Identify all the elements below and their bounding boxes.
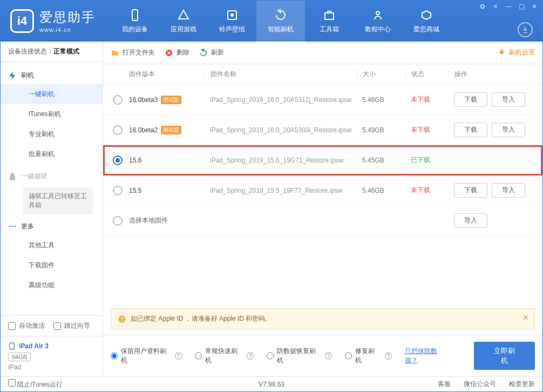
sidebar-group-jailbreak[interactable]: 一键越狱 [1, 167, 103, 185]
auto-activate-checkbox[interactable]: 自动激活 [8, 321, 45, 330]
col-operation: 操作 [449, 70, 535, 79]
firmware-ops: 下载导入 [449, 123, 535, 137]
flash-settings-button[interactable]: 刷机设置 [497, 48, 535, 57]
delete-button[interactable]: 删除 [165, 48, 189, 57]
nav-1[interactable]: 应用游戏 [159, 1, 208, 42]
footer-link-2[interactable]: 检查更新 [509, 380, 535, 389]
flash-now-button[interactable]: 立即刷机 [474, 342, 535, 370]
sidebar-item-more-1[interactable]: 下载固件 [1, 255, 103, 275]
download-indicator-icon[interactable] [518, 22, 533, 37]
firmware-row[interactable]: 16.0beta2 测试版iPad_Spring_2019_16.0_20A53… [103, 115, 542, 145]
firmware-radio[interactable] [113, 156, 123, 165]
toolbar: 打开文件夹 删除 刷新 刷机设置 [103, 42, 542, 64]
app-site: www.i4.cn [39, 26, 71, 33]
firmware-ops: 下载导入 [449, 92, 535, 107]
erase-only-link[interactable]: 只想抹除数据？ [405, 347, 448, 365]
firmware-row[interactable]: 15.6iPad_Spring_2019_15.6_19G71_Restore.… [103, 145, 542, 175]
nav-icon [177, 9, 190, 22]
firmware-version: 16.0beta3 测试版 [129, 96, 205, 104]
firmware-status: 未下载 [405, 186, 449, 195]
warning-icon [118, 315, 126, 323]
firmware-radio[interactable] [113, 95, 123, 105]
download-button[interactable]: 下载 [454, 123, 487, 137]
nav-5[interactable]: 教程中心 [354, 1, 402, 42]
skip-guide-checkbox[interactable]: 跳过向导 [53, 321, 90, 330]
device-capacity: 64GB [8, 353, 31, 361]
svg-point-7 [12, 226, 13, 227]
svg-point-6 [9, 226, 11, 227]
import-button[interactable]: 导入 [492, 92, 525, 107]
help-icon[interactable]: ? [247, 352, 254, 360]
firmware-name: iPad_Spring_2019_16.0_20A5303i_Restore.i… [205, 126, 357, 134]
firmware-version: 15.6 [129, 157, 205, 164]
minimize-icon[interactable]: — [504, 3, 513, 10]
footer-link-1[interactable]: 微信公众号 [464, 380, 496, 389]
firmware-radio[interactable] [113, 186, 123, 195]
nav-2[interactable]: 铃声壁纸 [208, 1, 256, 42]
nav-3[interactable]: 智能刷机 [256, 1, 305, 42]
open-folder-button[interactable]: 打开文件夹 [111, 48, 155, 57]
firmware-size: 5.46GB [357, 187, 405, 194]
nav-0[interactable]: 我的设备 [111, 1, 159, 42]
local-firmware-row[interactable]: 选择本地固件导入 [103, 206, 542, 236]
version-label: V7.98.63 [259, 381, 284, 388]
sidebar-item-flash-1[interactable]: iTunes刷机 [1, 104, 103, 124]
flash-option-3[interactable]: 修复刷机? [345, 347, 392, 365]
window-controls: ✿ ≡ — ▢ ✕ [478, 3, 539, 10]
help-icon[interactable]: ? [175, 352, 182, 360]
app-title: 爱思助手 [39, 9, 96, 26]
footer-link-0[interactable]: 客服 [438, 380, 451, 389]
import-button[interactable]: 导入 [454, 213, 487, 228]
firmware-row[interactable]: 15.5iPad_Spring_2019_15.5_19F77_Restore.… [103, 175, 542, 206]
col-name: 固件名称 [205, 70, 357, 79]
svg-rect-4 [325, 13, 334, 19]
device-info[interactable]: iPad Air 3 64GB iPad [1, 336, 103, 376]
nav-icon [371, 9, 384, 22]
help-icon[interactable]: ? [385, 352, 392, 360]
svg-point-3 [230, 13, 234, 17]
flash-option-0[interactable]: 保留用户资料刷机? [111, 347, 182, 365]
logo-icon: i4 [10, 9, 34, 33]
nav-4[interactable]: 工具箱 [305, 1, 354, 42]
sidebar-item-flash-2[interactable]: 专业刷机 [1, 124, 103, 144]
nav-icon [323, 9, 336, 22]
flash-option-1[interactable]: 常规快速刷机? [195, 347, 254, 365]
sidebar-item-flash-3[interactable]: 批量刷机 [1, 144, 103, 164]
sidebar-item-flash-0[interactable]: 一键刷机 [1, 84, 103, 104]
firmware-size: 5.46GB [357, 96, 405, 104]
main-panel: 打开文件夹 删除 刷新 刷机设置 固件版本 固件名称 大小 状态 操作 16.0… [103, 42, 542, 376]
notice-close-icon[interactable]: ✕ [522, 313, 529, 322]
nav-6[interactable]: 爱思商城 [402, 1, 451, 42]
col-size: 大小 [357, 70, 405, 79]
svg-point-8 [14, 226, 16, 227]
nav-icon [420, 9, 433, 22]
settings-icon[interactable]: ✿ [478, 3, 487, 10]
firmware-row[interactable]: 16.0beta3 测试版iPad_Spring_2019_16.0_20A53… [103, 85, 542, 115]
block-itunes-checkbox[interactable]: 阻止iTunes运行 [8, 379, 63, 389]
menu-icon[interactable]: ≡ [491, 3, 500, 10]
download-button[interactable]: 下载 [454, 183, 487, 198]
import-button[interactable]: 导入 [492, 123, 525, 137]
connection-status: 设备连接状态：正常模式 [1, 42, 103, 62]
sidebar-group-flash[interactable]: 刷机 [1, 66, 103, 84]
nav-icon [128, 9, 141, 22]
firmware-radio[interactable] [113, 216, 123, 226]
logo: i4 爱思助手 www.i4.cn [1, 9, 105, 33]
sidebar-group-more[interactable]: 更多 [1, 218, 103, 235]
firmware-radio[interactable] [113, 125, 123, 135]
import-button[interactable]: 导入 [492, 183, 525, 198]
svg-point-1 [134, 18, 135, 19]
download-button[interactable]: 下载 [454, 92, 487, 107]
svg-point-5 [376, 11, 379, 15]
firmware-size: 5.45GB [357, 157, 405, 164]
firmware-status: 未下载 [405, 95, 449, 104]
flash-option-2[interactable]: 防数据恢复刷机? [267, 347, 332, 365]
maximize-icon[interactable]: ▢ [517, 3, 526, 10]
device-type: iPad [8, 363, 95, 371]
close-icon[interactable]: ✕ [530, 3, 539, 10]
help-icon[interactable]: ? [325, 352, 332, 360]
sidebar-item-more-0[interactable]: 其他工具 [1, 235, 103, 255]
refresh-button[interactable]: 刷新 [199, 48, 224, 57]
sidebar-item-more-2[interactable]: 高级功能 [1, 275, 103, 295]
appleid-notice: 如已绑定 Apple ID ，请准备好 Apple ID 和密码。 ✕ [111, 308, 535, 329]
